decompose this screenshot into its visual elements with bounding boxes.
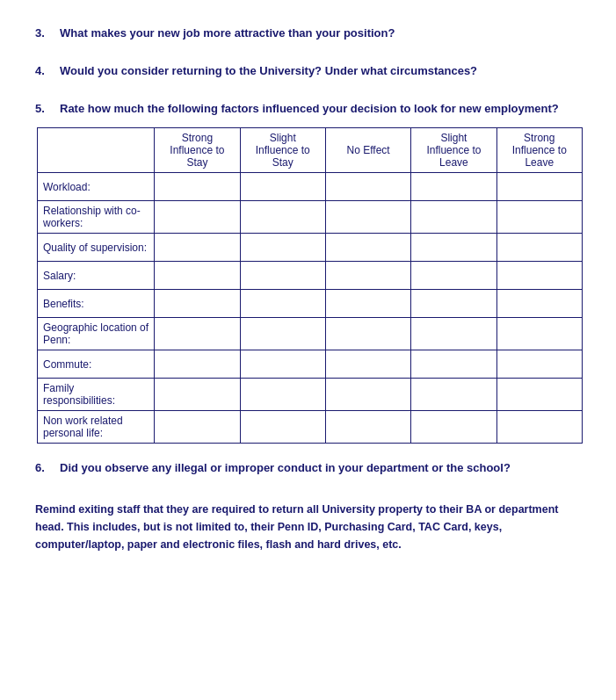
row-label: Workload: xyxy=(38,173,155,201)
table-cell[interactable] xyxy=(155,201,240,234)
row-label: Geographic location of Penn: xyxy=(38,318,155,350)
col-header-slight-stay: SlightInfluence toStay xyxy=(240,128,325,173)
table-cell[interactable] xyxy=(496,201,582,234)
q4-num: 4. xyxy=(35,64,53,77)
table-cell[interactable] xyxy=(411,350,496,379)
q5-intro: 5. Rate how much the following factors i… xyxy=(35,102,581,115)
row-label: Family responsibilities: xyxy=(38,379,155,411)
table-cell[interactable] xyxy=(240,290,325,318)
table-cell[interactable] xyxy=(411,234,496,262)
question-6: 6. Did you observe any illegal or improp… xyxy=(35,461,581,474)
footer-reminder: Remind exiting staff that they are requi… xyxy=(35,501,581,553)
table-cell[interactable] xyxy=(325,262,410,290)
table-row: Commute: xyxy=(38,350,583,379)
table-cell[interactable] xyxy=(240,411,325,444)
table-cell[interactable] xyxy=(325,173,410,201)
table-cell[interactable] xyxy=(240,201,325,234)
influence-table: StrongInfluence toStay SlightInfluence t… xyxy=(37,127,583,444)
col-header-no-effect: No Effect xyxy=(325,128,410,173)
table-row: Relationship with co-workers: xyxy=(38,201,583,234)
table-cell[interactable] xyxy=(411,318,496,350)
table-cell[interactable] xyxy=(155,350,240,379)
table-cell[interactable] xyxy=(496,234,582,262)
table-cell[interactable] xyxy=(496,262,582,290)
table-cell[interactable] xyxy=(411,379,496,411)
table-cell[interactable] xyxy=(155,290,240,318)
table-cell[interactable] xyxy=(325,350,410,379)
q4-text: Would you consider returning to the Univ… xyxy=(60,64,477,77)
table-cell[interactable] xyxy=(240,318,325,350)
table-cell[interactable] xyxy=(155,379,240,411)
row-label: Non work related personal life: xyxy=(38,411,155,444)
question-5-section: 5. Rate how much the following factors i… xyxy=(35,102,581,444)
q5-num: 5. xyxy=(35,102,53,115)
table-cell[interactable] xyxy=(325,379,410,411)
q6-text: Did you observe any illegal or improper … xyxy=(60,461,511,474)
table-cell[interactable] xyxy=(240,262,325,290)
table-row: Quality of supervision: xyxy=(38,234,583,262)
row-label: Commute: xyxy=(38,350,155,379)
table-cell[interactable] xyxy=(496,318,582,350)
row-label: Quality of supervision: xyxy=(38,234,155,262)
col-header-empty xyxy=(38,128,155,173)
table-cell[interactable] xyxy=(411,173,496,201)
table-cell[interactable] xyxy=(240,234,325,262)
table-cell[interactable] xyxy=(155,262,240,290)
table-cell[interactable] xyxy=(240,350,325,379)
table-cell[interactable] xyxy=(411,201,496,234)
table-cell[interactable] xyxy=(240,379,325,411)
table-cell[interactable] xyxy=(325,411,410,444)
table-row: Non work related personal life: xyxy=(38,411,583,444)
col-header-strong-leave: StrongInfluence toLeave xyxy=(496,128,582,173)
table-cell[interactable] xyxy=(325,234,410,262)
col-header-slight-leave: SlightInfluence toLeave xyxy=(411,128,496,173)
table-cell[interactable] xyxy=(155,173,240,201)
table-row: Salary: xyxy=(38,262,583,290)
q3-num: 3. xyxy=(35,26,53,40)
question-4: 4. Would you consider returning to the U… xyxy=(35,64,581,77)
row-label: Benefits: xyxy=(38,290,155,318)
row-label: Relationship with co-workers: xyxy=(38,201,155,234)
table-row: Family responsibilities: xyxy=(38,379,583,411)
table-cell[interactable] xyxy=(496,350,582,379)
row-label: Salary: xyxy=(38,262,155,290)
table-cell[interactable] xyxy=(411,290,496,318)
col-header-strong-stay: StrongInfluence toStay xyxy=(155,128,240,173)
question-3: 3. What makes your new job more attracti… xyxy=(35,26,581,40)
table-cell[interactable] xyxy=(496,379,582,411)
table-cell[interactable] xyxy=(155,318,240,350)
table-cell[interactable] xyxy=(496,173,582,201)
table-cell[interactable] xyxy=(325,290,410,318)
table-cell[interactable] xyxy=(155,234,240,262)
table-row: Geographic location of Penn: xyxy=(38,318,583,350)
table-cell[interactable] xyxy=(411,262,496,290)
q3-text: What makes your new job more attractive … xyxy=(60,26,395,40)
table-row: Benefits: xyxy=(38,290,583,318)
table-cell[interactable] xyxy=(496,411,582,444)
table-cell[interactable] xyxy=(155,411,240,444)
q5-text: Rate how much the following factors infl… xyxy=(60,102,559,115)
table-row: Workload: xyxy=(38,173,583,201)
table-cell[interactable] xyxy=(325,318,410,350)
q6-num: 6. xyxy=(35,461,53,474)
table-cell[interactable] xyxy=(411,411,496,444)
table-cell[interactable] xyxy=(325,201,410,234)
table-cell[interactable] xyxy=(496,290,582,318)
table-cell[interactable] xyxy=(240,173,325,201)
